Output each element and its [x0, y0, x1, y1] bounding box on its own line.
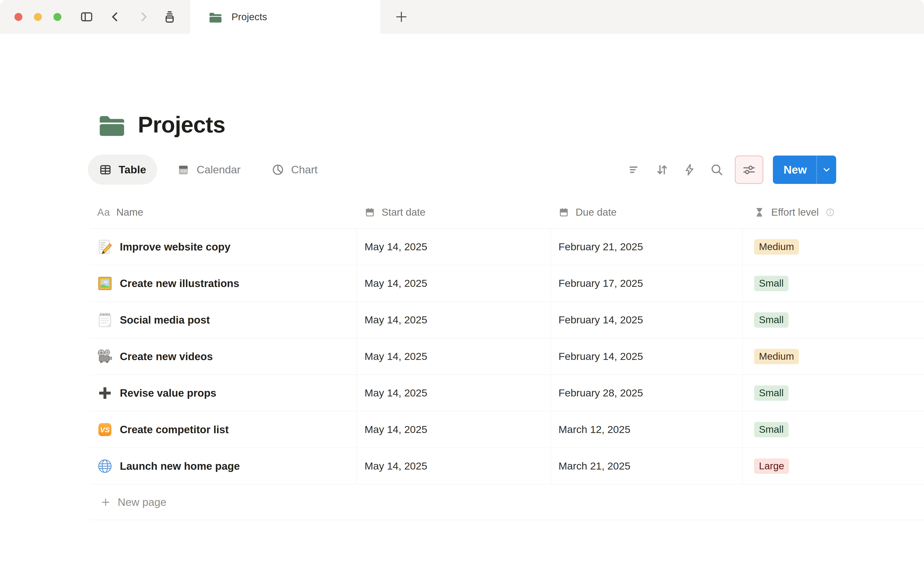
green-folder-icon — [209, 11, 222, 23]
app-window: Projects Projects — [0, 0, 924, 577]
effort-badge: Small — [754, 276, 788, 291]
movie-camera-emoji — [97, 349, 113, 364]
page-title[interactable]: Projects — [138, 112, 225, 138]
view-tabs: Table Calendar — [88, 155, 329, 185]
toolbar-actions: New — [619, 156, 836, 184]
view-tab-chart[interactable]: Chart — [260, 155, 329, 185]
info-icon[interactable] — [825, 207, 835, 218]
calendar-icon — [364, 207, 375, 218]
view-tab-label: Calendar — [197, 163, 241, 176]
history-icon[interactable] — [162, 9, 178, 25]
column-header-start-date[interactable]: Start date — [357, 196, 551, 228]
table-row[interactable]: VS Create competitor list May 14, 2025 M… — [90, 411, 924, 448]
cell-effort-level[interactable]: Medium — [742, 338, 924, 375]
cell-start-date[interactable]: May 14, 2025 — [357, 375, 551, 411]
projects-table: Aa Name Start date — [90, 196, 924, 520]
cell-start-date[interactable]: May 14, 2025 — [357, 411, 551, 448]
effort-badge: Small — [754, 312, 788, 328]
tab-title: Projects — [231, 11, 267, 23]
cell-start-date[interactable]: May 14, 2025 — [357, 338, 551, 375]
cell-effort-level[interactable]: Small — [742, 265, 924, 301]
hourglass-icon — [754, 207, 765, 218]
view-settings-button[interactable] — [735, 156, 763, 184]
forward-chevron-icon[interactable] — [135, 9, 151, 25]
cell-due-date[interactable]: February 28, 2025 — [551, 375, 742, 411]
cell-due-date[interactable]: March 12, 2025 — [551, 411, 742, 448]
column-header-effort-level[interactable]: Effort level — [742, 196, 924, 228]
effort-badge: Small — [754, 385, 788, 401]
cell-due-date[interactable]: February 14, 2025 — [551, 338, 742, 375]
cell-name[interactable]: Create new illustrations — [90, 265, 357, 301]
table-row[interactable]: Improve website copy May 14, 2025 Februa… — [90, 229, 924, 265]
new-page-button[interactable]: New page — [90, 484, 924, 520]
cell-effort-level[interactable]: Small — [742, 302, 924, 338]
pie-chart-icon — [271, 163, 284, 176]
tab-projects[interactable]: Projects — [190, 0, 380, 34]
table-row[interactable]: Social media post May 14, 2025 February … — [90, 302, 924, 338]
cell-name[interactable]: Create new videos — [90, 338, 357, 375]
table-icon — [99, 163, 112, 176]
calendar-icon — [177, 163, 190, 176]
green-folder-icon[interactable] — [99, 113, 125, 136]
sliders-icon — [741, 162, 757, 177]
cell-start-date[interactable]: May 14, 2025 — [357, 448, 551, 484]
new-tab-plus-icon[interactable] — [393, 9, 410, 25]
cell-name[interactable]: Social media post — [90, 302, 357, 338]
view-tab-table[interactable]: Table — [88, 155, 157, 185]
spiral-notepad-emoji — [97, 312, 113, 328]
vs-button-emoji: VS — [97, 422, 113, 437]
table-row[interactable]: Create new illustrations May 14, 2025 Fe… — [90, 265, 924, 302]
column-header-name[interactable]: Aa Name — [90, 196, 357, 228]
fullscreen-button[interactable] — [53, 13, 61, 21]
new-button[interactable]: New — [773, 156, 836, 184]
minimize-button[interactable] — [34, 13, 42, 21]
view-tab-calendar[interactable]: Calendar — [166, 155, 252, 185]
plus-icon — [100, 497, 111, 508]
cell-start-date[interactable]: May 14, 2025 — [357, 265, 551, 301]
search-icon[interactable] — [706, 158, 728, 181]
column-header-due-date[interactable]: Due date — [551, 196, 742, 228]
text-aa-icon: Aa — [97, 206, 110, 218]
lightning-icon[interactable] — [678, 158, 701, 181]
back-chevron-icon[interactable] — [107, 9, 124, 25]
effort-badge: Medium — [754, 239, 799, 255]
cell-effort-level[interactable]: Large — [742, 448, 924, 484]
titlebar: Projects — [0, 0, 924, 34]
cell-start-date[interactable]: May 14, 2025 — [357, 229, 551, 265]
effort-badge: Small — [754, 422, 788, 437]
effort-badge: Large — [754, 458, 789, 474]
cell-name[interactable]: Launch new home page — [90, 448, 357, 484]
cell-start-date[interactable]: May 14, 2025 — [357, 302, 551, 338]
cell-effort-level[interactable]: Small — [742, 375, 924, 411]
cell-due-date[interactable]: March 21, 2025 — [551, 448, 742, 484]
new-button-label: New — [773, 156, 816, 184]
filter-icon[interactable] — [623, 158, 646, 181]
sidebar-toggle-icon[interactable] — [78, 9, 95, 25]
cell-due-date[interactable]: February 14, 2025 — [551, 302, 742, 338]
cell-name[interactable]: Improve website copy — [90, 229, 357, 265]
table-row[interactable]: Create new videos May 14, 2025 February … — [90, 338, 924, 375]
plus-emoji — [97, 385, 113, 401]
table-header-row: Aa Name Start date — [90, 196, 924, 229]
memo-emoji — [97, 239, 113, 255]
globe-emoji — [97, 458, 113, 474]
close-button[interactable] — [15, 13, 23, 21]
effort-badge: Medium — [754, 349, 799, 364]
sort-icon[interactable] — [651, 158, 673, 181]
table-row[interactable]: Revise value props May 14, 2025 February… — [90, 375, 924, 411]
cell-name[interactable]: Revise value props — [90, 375, 357, 411]
cell-name[interactable]: VS Create competitor list — [90, 411, 357, 448]
window-controls — [15, 13, 61, 21]
view-toolbar: Table Calendar — [88, 155, 836, 185]
new-page-label: New page — [118, 496, 166, 508]
cell-due-date[interactable]: February 21, 2025 — [551, 229, 742, 265]
page-content: Projects Table — [0, 34, 924, 577]
cell-due-date[interactable]: February 17, 2025 — [551, 265, 742, 301]
svg-text:VS: VS — [100, 426, 110, 434]
calendar-icon — [558, 207, 569, 218]
cell-effort-level[interactable]: Small — [742, 411, 924, 448]
chevron-down-icon[interactable] — [817, 156, 836, 184]
cell-effort-level[interactable]: Medium — [742, 229, 924, 265]
table-row[interactable]: Launch new home page May 14, 2025 March … — [90, 448, 924, 484]
view-tab-label: Table — [119, 163, 146, 176]
